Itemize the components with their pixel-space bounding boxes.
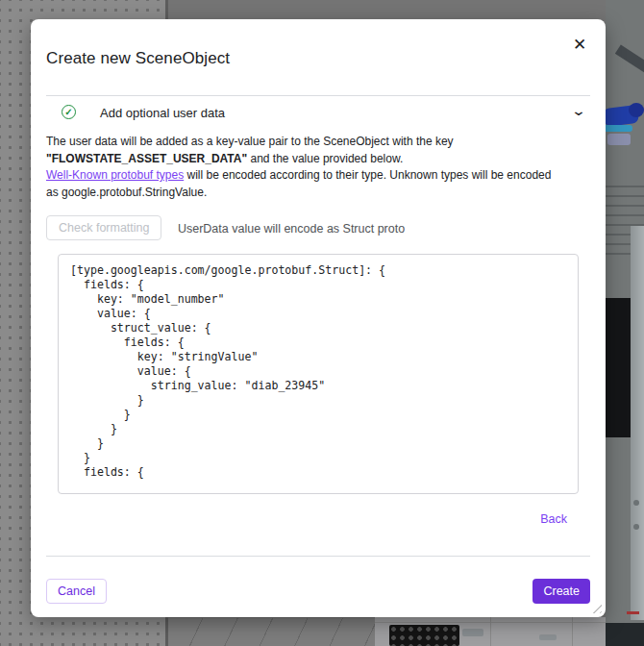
description-line-2: and the value provided below. — [247, 152, 403, 165]
modal-footer: Cancel Create — [46, 579, 590, 606]
modal-title: Create new SceneObject — [46, 49, 230, 68]
scene-beam-shape — [615, 45, 644, 86]
resize-grip[interactable] — [591, 603, 602, 613]
description-line-3: will be encoded according to their type.… — [184, 168, 551, 182]
well-known-protobuf-types-link[interactable]: Well-Known protobuf types — [46, 168, 184, 182]
user-data-code-editor[interactable]: [type.googleapis.com/google.protobuf.Str… — [58, 254, 579, 494]
check-formatting-button[interactable]: Check formatting — [46, 215, 161, 240]
user-data-description: The user data will be added as a key-val… — [46, 134, 606, 201]
scene-floor-diagonal-tiles — [168, 617, 375, 646]
scene-floor-tile-line — [490, 617, 491, 646]
close-icon[interactable]: ✕ — [568, 34, 591, 57]
scene-dark-opening — [606, 298, 631, 437]
scene-lavender-object — [607, 134, 631, 145]
back-button[interactable]: Back — [540, 512, 567, 526]
create-sceneobject-modal: Create new SceneObject ✕ ✓ Add optional … — [31, 19, 606, 617]
section-add-user-data[interactable]: ✓ Add optional user data ⌄ — [46, 100, 590, 129]
footer-divider — [46, 556, 590, 557]
scene-pillar — [631, 226, 644, 620]
scene-pillar-bolt — [633, 524, 639, 530]
encode-status-text: UserData value will encode as Struct pro… — [178, 220, 405, 236]
scene-floor-object — [462, 629, 483, 636]
create-button[interactable]: Create — [533, 579, 590, 604]
scene-floor-tile-line — [572, 617, 573, 646]
format-check-row: Check formatting UserData value will enc… — [46, 215, 590, 240]
cancel-button[interactable]: Cancel — [46, 579, 107, 604]
check-circle-icon: ✓ — [62, 105, 76, 119]
scene-red-marker — [627, 611, 639, 614]
user-data-key: "FLOWSTATE_ASSET_USER_DATA" — [46, 152, 247, 165]
chevron-down-icon[interactable]: ⌄ — [571, 103, 586, 118]
section-label: Add optional user data — [100, 106, 225, 120]
scene-floor-object — [539, 634, 557, 640]
scene-floor-grate — [389, 625, 459, 646]
scene-blue-object-2 — [629, 103, 644, 117]
code-editor-content[interactable]: [type.googleapis.com/google.protobuf.Str… — [59, 255, 578, 488]
scene-dark-base — [606, 623, 644, 646]
scene-floor-strip — [168, 617, 606, 646]
description-line-1: The user data will be added as a key-val… — [46, 135, 454, 148]
scene-pillar-bolt — [633, 500, 639, 506]
scene-teal-object — [606, 125, 632, 132]
header-divider — [46, 95, 590, 96]
scene-viewport-right-sliver — [606, 0, 644, 646]
description-line-4: as google.protobuf.StringValue. — [46, 186, 207, 199]
